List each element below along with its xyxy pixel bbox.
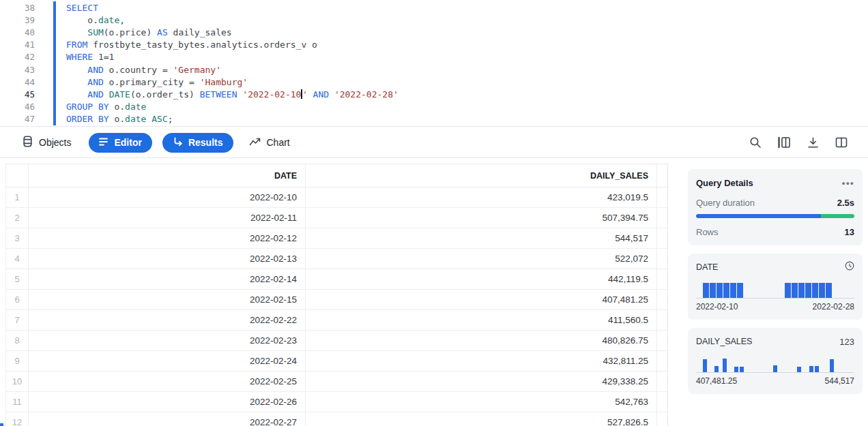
row-number-cell[interactable]: 6	[5, 290, 29, 309]
row-number-cell[interactable]: 4	[5, 249, 29, 269]
date-histogram[interactable]	[696, 277, 854, 299]
daily-sales-cell[interactable]: 527,826.5	[306, 412, 657, 426]
sql-editor[interactable]: 38SELECT39 o.date,40 SUM(o.price) AS dai…	[0, 0, 868, 127]
table-row[interactable]: 82022-02-23480,826.75	[5, 331, 669, 351]
table-row[interactable]: 62022-02-15407,481.25	[5, 290, 669, 310]
filler-cell[interactable]	[657, 331, 668, 350]
table-row[interactable]: 52022-02-14442,119.5	[5, 269, 669, 290]
table-row[interactable]: 102022-02-25429,338.25	[5, 371, 669, 392]
code-line[interactable]: 40 SUM(o.price) AS daily_sales	[0, 26, 868, 38]
code-lines: 38SELECT39 o.date,40 SUM(o.price) AS dai…	[0, 1, 868, 125]
code-line[interactable]: 47ORDER BY o.date ASC;	[0, 113, 868, 125]
date-cell[interactable]: 2022-02-10	[29, 187, 306, 207]
chart-tab-button[interactable]: Chart	[249, 137, 290, 149]
row-number-cell[interactable]: 8	[5, 331, 29, 350]
ellipsis-menu-icon[interactable]: •••	[842, 178, 854, 188]
columns-icon[interactable]	[777, 135, 792, 150]
code-line[interactable]: 45 AND DATE(o.order_ts) BETWEEN '2022-02…	[0, 88, 868, 100]
daily-sales-cell[interactable]: 480,826.75	[306, 331, 657, 350]
table-row[interactable]: 32022-02-12544,517	[5, 228, 669, 249]
daily-sales-min-label: 407,481.25	[696, 376, 737, 386]
daily-sales-histogram[interactable]	[696, 351, 854, 373]
daily-sales-cell[interactable]: 522,072	[306, 249, 657, 269]
code-line[interactable]: 41FROM frostbyte_tasty_bytes.analytics.o…	[0, 39, 868, 51]
rows-value: 13	[845, 227, 854, 237]
code-line[interactable]: 46GROUP BY o.date	[0, 101, 868, 113]
row-number-cell[interactable]: 1	[5, 187, 29, 207]
filler-cell[interactable]	[657, 392, 668, 412]
daily-sales-cell[interactable]: 442,119.5	[306, 269, 657, 289]
query-duration-bar[interactable]	[696, 214, 854, 218]
table-row[interactable]: 72022-02-22411,560.5	[5, 310, 669, 331]
date-stats-card: DATE 2022-02-10 2022-02-28	[688, 254, 863, 320]
search-icon[interactable]	[748, 135, 763, 150]
filler-cell[interactable]	[657, 290, 668, 309]
line-number: 38	[0, 3, 35, 13]
filler-cell[interactable]	[657, 228, 668, 248]
table-row[interactable]: 112022-02-26542,763	[5, 392, 669, 412]
daily-sales-cell[interactable]: 507,394.75	[306, 208, 657, 228]
editor-tab-button[interactable]: Editor	[89, 133, 151, 153]
date-cell[interactable]: 2022-02-12	[29, 228, 306, 248]
filler-cell[interactable]	[657, 208, 668, 228]
filler-cell[interactable]	[657, 249, 668, 269]
daily-sales-column-header[interactable]: DAILY_SALES	[306, 164, 657, 187]
histogram-bar	[826, 283, 832, 298]
daily-sales-cell[interactable]: 542,763	[306, 392, 657, 412]
daily-sales-cell[interactable]: 407,481.25	[306, 290, 657, 309]
daily-sales-cell[interactable]: 411,560.5	[306, 310, 657, 330]
row-number-cell[interactable]: 2	[5, 208, 29, 228]
filler-cell[interactable]	[657, 351, 668, 371]
histogram-bar	[703, 283, 709, 298]
code-text: FROM frostbyte_tasty_bytes.analytics.ord…	[66, 40, 317, 50]
code-line[interactable]: 42WHERE 1=1	[0, 51, 868, 63]
date-cell[interactable]: 2022-02-13	[29, 249, 306, 269]
line-number: 47	[0, 114, 35, 124]
line-number: 44	[0, 77, 35, 87]
code-line[interactable]: 43 AND o.country = 'Germany'	[0, 63, 868, 76]
row-number-cell[interactable]: 10	[5, 371, 29, 391]
row-number-cell[interactable]: 7	[5, 310, 29, 330]
table-row[interactable]: 92022-02-24432,811.25	[5, 351, 669, 371]
date-cell[interactable]: 2022-02-24	[29, 351, 306, 371]
filler-cell[interactable]	[657, 310, 668, 330]
selection-bar	[53, 26, 56, 38]
row-number-cell[interactable]: 5	[5, 269, 29, 289]
table-row[interactable]: 122022-02-27527,826.5	[5, 412, 669, 426]
daily-sales-cell[interactable]: 544,517	[306, 228, 657, 248]
split-panel-icon[interactable]	[834, 135, 849, 150]
date-cell[interactable]: 2022-02-15	[29, 290, 306, 309]
code-line[interactable]: 44 AND o.primary_city = 'Hamburg'	[0, 76, 868, 88]
date-cell[interactable]: 2022-02-22	[29, 310, 306, 330]
daily-sales-cell[interactable]: 432,811.25	[306, 351, 657, 371]
code-line[interactable]: 38SELECT	[0, 1, 868, 14]
date-cell[interactable]: 2022-02-14	[29, 269, 306, 289]
row-number-cell[interactable]: 11	[5, 392, 29, 412]
daily-sales-max-label: 544,517	[825, 376, 854, 386]
date-cell[interactable]: 2022-02-23	[29, 331, 306, 350]
selection-bar	[53, 1, 56, 14]
table-row[interactable]: 42022-02-13522,072	[5, 249, 669, 269]
filler-cell[interactable]	[657, 412, 668, 426]
date-cell[interactable]: 2022-02-11	[29, 208, 306, 228]
row-number-cell[interactable]: 9	[5, 351, 29, 371]
duration-execution-segment	[696, 214, 821, 218]
histogram-bar	[809, 366, 813, 372]
download-icon[interactable]	[805, 135, 820, 150]
date-cell[interactable]: 2022-02-25	[29, 371, 306, 391]
row-number-cell[interactable]: 12	[5, 412, 29, 426]
filler-cell[interactable]	[657, 187, 668, 207]
table-row[interactable]: 12022-02-10423,019.5	[5, 187, 669, 208]
date-cell[interactable]: 2022-02-27	[29, 412, 306, 426]
row-number-cell[interactable]: 3	[5, 228, 29, 248]
code-line[interactable]: 39 o.date,	[0, 14, 868, 26]
table-row[interactable]: 22022-02-11507,394.75	[5, 208, 669, 228]
date-column-header[interactable]: DATE	[29, 164, 306, 187]
filler-cell[interactable]	[657, 269, 668, 289]
filler-cell[interactable]	[657, 371, 668, 391]
date-cell[interactable]: 2022-02-26	[29, 392, 306, 412]
results-tab-button[interactable]: Results	[162, 133, 233, 153]
daily-sales-cell[interactable]: 429,338.25	[306, 371, 657, 391]
daily-sales-cell[interactable]: 423,019.5	[306, 187, 657, 207]
objects-toggle-button[interactable]: Objects	[23, 136, 71, 149]
